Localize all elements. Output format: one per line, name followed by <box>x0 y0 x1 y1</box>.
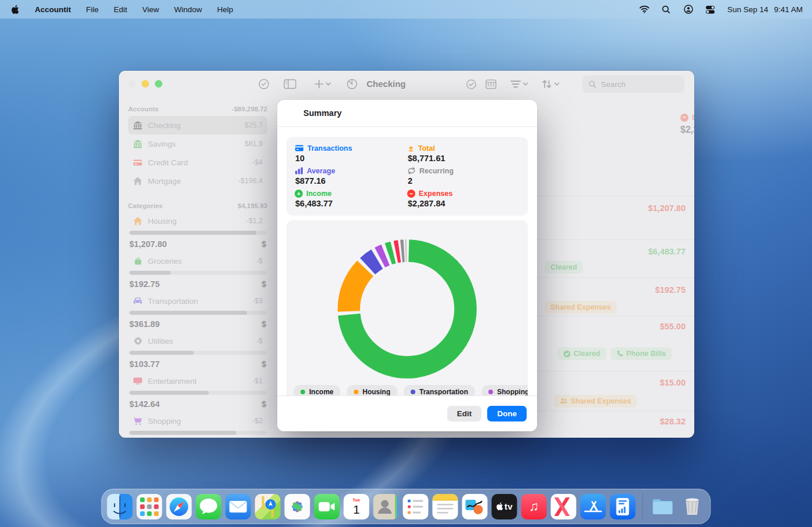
calendar-icon[interactable] <box>485 78 496 90</box>
donut-segment-housing[interactable] <box>349 268 365 311</box>
credit-card-icon <box>133 158 143 168</box>
bar-chart-icon <box>295 167 303 175</box>
plus-circle-icon: + <box>295 190 303 198</box>
donut-segment-shopping[interactable] <box>380 255 386 257</box>
add-transaction-button[interactable] <box>314 78 331 90</box>
category-shopping[interactable]: Shopping -$2 $223.99$ <box>128 413 267 438</box>
accounts-total: -$89,298.72 <box>232 106 267 112</box>
dock-app-calendar[interactable]: Tue 1 <box>344 494 369 519</box>
dock-app-facetime[interactable] <box>314 494 340 519</box>
dock-app-finder[interactable] <box>107 494 133 519</box>
donut-segment-transportation[interactable] <box>368 259 377 266</box>
menu-app-name[interactable]: Accountit <box>35 5 71 14</box>
sidebar-item-savings[interactable]: Savings $81,9 <box>128 135 267 153</box>
dock-app-photos[interactable] <box>285 494 310 519</box>
zoom-button[interactable] <box>155 80 162 88</box>
cart-icon <box>133 416 143 426</box>
dock-app-maps[interactable] <box>255 494 281 519</box>
dock-trash[interactable] <box>680 494 705 519</box>
expenses-stat: − Expenses $2,384.18 <box>680 113 694 135</box>
edit-button[interactable]: Edit <box>447 406 482 421</box>
stat-transactions: Transactions 10 <box>295 142 407 165</box>
car-icon <box>133 296 143 306</box>
progress-bar <box>129 351 266 355</box>
dock-app-contacts[interactable] <box>374 494 399 519</box>
dock-app-reminders[interactable] <box>403 494 429 519</box>
minimize-button[interactable] <box>142 80 149 88</box>
minus-circle-icon: − <box>680 114 688 122</box>
dock-app-safari[interactable] <box>166 494 192 519</box>
dock-app-accountit[interactable] <box>610 494 636 519</box>
tag-badge-shared-expenses: Shared Expenses <box>545 301 617 314</box>
category-spent: $1,207.80 <box>129 239 167 249</box>
summary-stats-card: Transactions 10 ± Total $8,771.61 Averag… <box>287 137 528 216</box>
window-title: Checking <box>367 79 406 89</box>
sidebar-item-credit-card[interactable]: Credit Card -$4 <box>128 153 267 172</box>
dock-app-music[interactable]: ♫ <box>521 494 547 519</box>
user-icon[interactable] <box>683 4 694 14</box>
progress-bar <box>129 271 266 275</box>
categories-header: Categories $4,195.93 <box>128 199 267 213</box>
display-icon <box>133 376 143 386</box>
close-button[interactable] <box>128 80 136 88</box>
donut-segment-income[interactable] <box>349 251 466 368</box>
menu-item-edit[interactable]: Edit <box>114 5 127 14</box>
stat-expenses: − Expenses $2,287.84 <box>407 188 520 210</box>
card-stack-icon <box>295 144 304 152</box>
toggle-sidebar-icon[interactable] <box>284 78 296 90</box>
search-icon <box>588 79 597 89</box>
status-badge-cleared: Cleared <box>557 347 606 360</box>
window-titlebar[interactable]: Checking Search <box>119 71 694 97</box>
category-utilities[interactable]: Utilities -$ $103.77$ <box>128 333 267 370</box>
control-center-icon[interactable] <box>705 4 716 14</box>
search-input[interactable]: Search <box>582 75 684 93</box>
done-button[interactable]: Done <box>487 406 527 421</box>
menu-item-help[interactable]: Help <box>217 5 233 14</box>
dock-folder-downloads[interactable] <box>650 494 676 519</box>
category-groceries[interactable]: Groceries -$ $192.75$ <box>128 253 267 290</box>
category-spent: $103.77 <box>129 359 160 369</box>
sort-icon[interactable] <box>541 78 560 90</box>
menu-item-window[interactable]: Window <box>174 5 202 14</box>
dock-app-tv[interactable]: tv <box>492 494 517 519</box>
repeat-icon <box>407 167 416 175</box>
donut-segment-groceries[interactable] <box>389 252 393 253</box>
summary-pie-icon[interactable] <box>346 78 358 90</box>
category-entertainment[interactable]: Entertainment -$1 $142.64$ <box>128 373 267 410</box>
category-spent: $142.64 <box>129 399 160 409</box>
select-transactions-icon[interactable] <box>258 78 270 90</box>
donut-segment-entertainment[interactable] <box>396 251 399 252</box>
dock-app-news[interactable] <box>551 494 577 519</box>
summary-modal: Summary Transactions 10 ± Total $8,771.6… <box>277 100 537 431</box>
category-housing[interactable]: Housing -$1,2 $1,207.80$ <box>128 213 267 250</box>
apple-menu-icon[interactable] <box>9 4 20 14</box>
status-badge-cleared: Cleared <box>545 261 583 274</box>
dock-app-freeform[interactable] <box>462 494 488 519</box>
phone-icon <box>617 350 624 357</box>
category-transportation[interactable]: Transportation -$3 $361.89$ <box>128 293 267 330</box>
dock-app-notes[interactable] <box>433 494 458 519</box>
menu-item-file[interactable]: File <box>86 5 99 14</box>
accounts-header: Accounts -$89,298.72 <box>128 102 267 116</box>
wifi-icon[interactable] <box>639 4 650 14</box>
category-spent: $192.75 <box>129 279 160 289</box>
dock-app-launchpad[interactable] <box>137 494 162 519</box>
dock-app-mail[interactable] <box>226 494 251 519</box>
dock-app-messages[interactable] <box>196 494 222 519</box>
bag-icon <box>133 256 143 266</box>
filter-icon[interactable] <box>510 78 528 90</box>
bank-icon <box>133 121 143 130</box>
progress-bar <box>129 231 266 235</box>
search-placeholder: Search <box>601 80 626 89</box>
menu-bar: Accountit File Edit View Window Help Sun… <box>0 0 812 19</box>
menu-clock[interactable]: Sun Sep 14 9:41 AM <box>727 5 803 14</box>
menu-item-view[interactable]: View <box>142 5 159 14</box>
dock-divider <box>643 493 643 520</box>
dock-app-app-store[interactable] <box>581 494 606 519</box>
cleared-filter-icon[interactable] <box>466 78 477 90</box>
sidebar-item-checking[interactable]: Checking $25,7 <box>128 116 267 135</box>
sidebar-item-mortgage[interactable]: Mortgage -$196,4 <box>128 172 267 190</box>
menu-date: Sun Sep 14 <box>727 5 768 14</box>
spotlight-search-icon[interactable] <box>661 4 672 14</box>
stat-average: Average $877.16 <box>295 165 407 187</box>
